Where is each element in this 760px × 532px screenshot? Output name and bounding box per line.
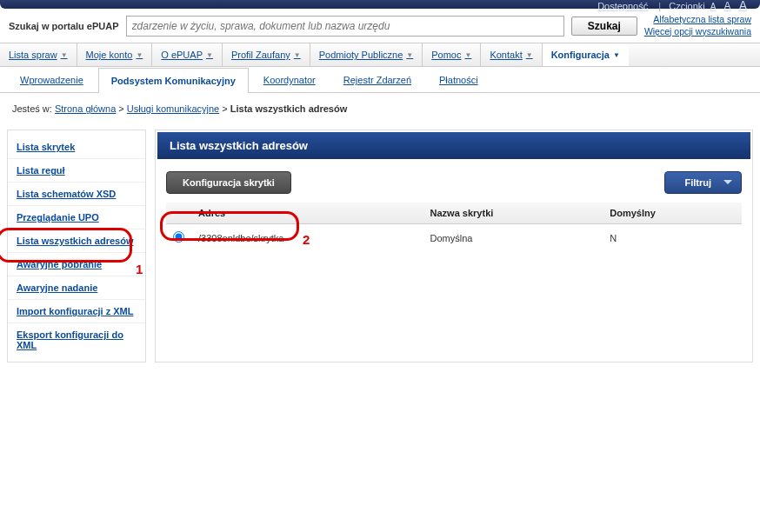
main-panel: Lista wszystkich adresów Konfiguracja sk…: [155, 130, 753, 362]
sidebar-item-awaryjne-nadanie[interactable]: Awaryjne nadanie: [8, 276, 145, 300]
chevron-down-icon: ▼: [61, 51, 68, 59]
chevron-down-icon: ▼: [136, 51, 143, 59]
chevron-down-icon: ▼: [613, 51, 620, 59]
config-skrytki-button[interactable]: Konfiguracja skrytki: [166, 171, 291, 194]
table-header-domyslny: Domyślny: [603, 203, 742, 224]
nav1-podmioty-publiczne[interactable]: Podmioty Publiczne▼: [310, 43, 423, 66]
nav1-lista-spraw[interactable]: Lista spraw▼: [0, 43, 77, 66]
chevron-down-icon: ▼: [526, 51, 533, 59]
nav2-koordynator[interactable]: Koordynator: [250, 67, 329, 92]
nav1-profil-zaufany[interactable]: Profil Zaufany▼: [223, 43, 310, 66]
nav1-pomoc[interactable]: Pomoc▼: [423, 43, 481, 66]
nav2-wprowadzenie[interactable]: Wprowadzenie: [7, 67, 97, 92]
search-button[interactable]: Szukaj: [571, 17, 637, 36]
nav2-rejestr-zdarzen[interactable]: Rejestr Zdarzeń: [330, 67, 424, 92]
font-size-large[interactable]: A: [739, 0, 747, 12]
breadcrumb-current: Lista wszystkich adresów: [230, 103, 348, 114]
sidebar-item-awaryjne-pobranie[interactable]: Awaryjne pobranie: [8, 253, 145, 276]
font-size-small[interactable]: A: [710, 2, 717, 11]
filter-button[interactable]: Filtruj: [664, 171, 742, 194]
breadcrumb-mid[interactable]: Usługi komunikacyjne: [127, 103, 219, 114]
table-header-adres: Adres: [191, 203, 423, 224]
table-header-nazwa: Nazwa skrytki: [423, 203, 603, 224]
table-row: /3308onldbe/skrytka Domyślna N: [166, 224, 742, 252]
sidebar: Lista skrytek Lista reguł Lista schemató…: [7, 130, 146, 362]
sidebar-item-import-konfiguracji[interactable]: Import konfiguracji z XML: [8, 300, 145, 323]
chevron-down-icon: ▼: [294, 51, 301, 59]
row-name: Domyślna: [423, 224, 603, 252]
row-default: N: [603, 224, 742, 252]
nav2-podsystem-komunikacyjny[interactable]: Podsystem Komunikacyjny: [98, 68, 249, 93]
nav1-kontakt[interactable]: Kontakt▼: [481, 43, 542, 66]
nav1-o-epuap[interactable]: O ePUAP▼: [152, 43, 223, 66]
address-table: Adres Nazwa skrytki Domyślny /3308onldbe…: [166, 203, 742, 251]
more-options-link[interactable]: Więcej opcji wyszukiwania: [644, 26, 751, 38]
chevron-down-icon: ▼: [406, 51, 413, 59]
sidebar-item-lista-regul[interactable]: Lista reguł: [8, 159, 145, 183]
breadcrumb: Jesteś w: Strona główna > Usługi komunik…: [0, 93, 760, 130]
chevron-down-icon: ▼: [464, 51, 471, 59]
accessibility-link[interactable]: Dostępność: [597, 1, 648, 11]
top-links: Dostępność | Czcionki A A A: [595, 0, 750, 12]
nav2-platnosci[interactable]: Płatności: [426, 67, 491, 92]
sidebar-item-lista-schematow-xsd[interactable]: Lista schematów XSD: [8, 183, 145, 206]
sidebar-item-lista-wszystkich-adresow[interactable]: Lista wszystkich adresów: [8, 229, 145, 253]
search-label: Szukaj w portalu ePUAP: [9, 21, 119, 31]
nav1-konfiguracja[interactable]: Konfiguracja▼: [543, 43, 629, 66]
alpha-list-link[interactable]: Alfabetyczna lista spraw: [644, 14, 751, 26]
sidebar-item-przegladanie-upo[interactable]: Przeglądanie UPO: [8, 206, 145, 229]
row-select-radio[interactable]: [173, 231, 184, 243]
fonts-label: Czcionki: [669, 1, 705, 11]
search-input[interactable]: [126, 16, 564, 37]
row-address: /3308onldbe/skrytka: [191, 224, 423, 252]
panel-title: Lista wszystkich adresów: [157, 132, 750, 159]
secondary-nav: Wprowadzenie Podsystem Komunikacyjny Koo…: [0, 67, 760, 93]
sidebar-item-eksport-konfiguracji[interactable]: Eksport konfiguracji do XML: [8, 323, 145, 356]
breadcrumb-home[interactable]: Strona główna: [55, 103, 116, 114]
sidebar-item-lista-skrytek[interactable]: Lista skrytek: [8, 136, 145, 159]
nav1-moje-konto[interactable]: Moje konto▼: [77, 43, 153, 66]
primary-nav: Lista spraw▼ Moje konto▼ O ePUAP▼ Profil…: [0, 43, 760, 67]
font-size-medium[interactable]: A: [724, 0, 731, 12]
chevron-down-icon: ▼: [206, 51, 213, 59]
